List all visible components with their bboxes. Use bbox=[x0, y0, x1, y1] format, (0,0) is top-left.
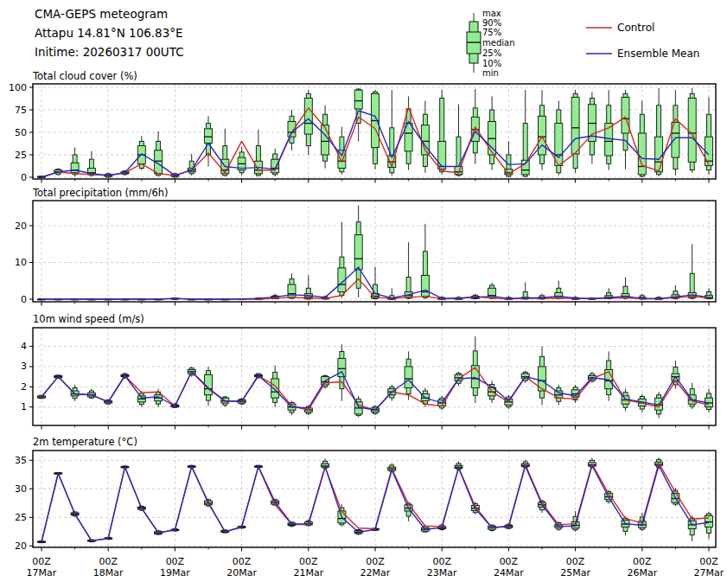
y-tick-label: 30 bbox=[15, 483, 27, 495]
x-tick-label-day: 26Mar bbox=[627, 567, 657, 578]
x-tick-label-day: 23Mar bbox=[427, 567, 457, 578]
x-tick-label-hour: 00Z bbox=[32, 556, 51, 567]
box-25-75 bbox=[271, 159, 279, 173]
y-tick-label: 0 bbox=[21, 294, 27, 305]
y-tick-label: 20 bbox=[15, 220, 27, 232]
box-25-75 bbox=[571, 97, 579, 154]
x-tick-label-day: 19Mar bbox=[160, 567, 190, 578]
y-tick-label: 100 bbox=[9, 82, 27, 93]
box-25-75 bbox=[555, 124, 563, 166]
box-25-75 bbox=[405, 367, 412, 388]
x-tick-label-hour: 00Z bbox=[566, 556, 585, 567]
box-25-75 bbox=[688, 98, 696, 162]
x-tick-label-day: 21Mar bbox=[293, 567, 323, 578]
box-25-75 bbox=[304, 98, 312, 134]
x-tick-label-hour: 00Z bbox=[366, 556, 385, 567]
x-tick-label-day: 25Mar bbox=[560, 567, 590, 578]
y-tick-label: 25 bbox=[15, 150, 27, 161]
x-tick-label-day: 17Mar bbox=[27, 567, 57, 578]
box-25-75 bbox=[354, 235, 362, 270]
x-tick-label-hour: 00Z bbox=[699, 556, 718, 567]
meteogram-plot: 02550751000102012342025303500Z17Mar00Z18… bbox=[0, 0, 727, 588]
y-tick-label: 3 bbox=[21, 361, 27, 372]
box-25-75 bbox=[655, 137, 663, 172]
box-25-75 bbox=[338, 359, 346, 377]
x-tick-label-day: 22Mar bbox=[360, 567, 391, 578]
x-tick-label-hour: 00Z bbox=[432, 556, 451, 567]
box-25-75 bbox=[539, 116, 546, 155]
panel-frame bbox=[33, 451, 716, 547]
box-25-75 bbox=[638, 133, 646, 175]
box-25-75 bbox=[354, 90, 362, 109]
x-tick-label-day: 24Mar bbox=[494, 567, 524, 578]
box-25-75 bbox=[622, 97, 629, 133]
box-25-75 bbox=[205, 129, 213, 144]
y-tick-label: 4 bbox=[21, 341, 27, 352]
x-tick-label-hour: 00Z bbox=[166, 556, 185, 567]
x-tick-label-hour: 00Z bbox=[633, 556, 652, 567]
y-tick-label: 50 bbox=[15, 127, 27, 138]
x-tick-label-hour: 00Z bbox=[299, 556, 318, 567]
y-tick-label: 2 bbox=[21, 381, 27, 393]
x-tick-label-day: 20Mar bbox=[226, 567, 257, 578]
x-tick-label-day: 18Mar bbox=[93, 567, 124, 578]
box-25-75 bbox=[705, 515, 713, 527]
y-tick-label: 20 bbox=[15, 540, 27, 552]
box-25-75 bbox=[438, 141, 446, 169]
y-tick-label: 75 bbox=[15, 105, 27, 116]
box-25-75 bbox=[421, 275, 429, 296]
x-tick-label-hour: 00Z bbox=[99, 556, 118, 567]
x-tick-label-day: 27Mar bbox=[694, 567, 724, 578]
box-25-75 bbox=[521, 160, 529, 175]
x-tick-label-hour: 00Z bbox=[500, 556, 519, 567]
x-tick-label-hour: 00Z bbox=[233, 556, 252, 567]
y-tick-label: 10 bbox=[15, 257, 27, 268]
y-tick-label: 0 bbox=[21, 172, 27, 183]
y-tick-label: 35 bbox=[15, 455, 27, 466]
meteogram-page: { "header": { "title": "CMA-GEPS meteogr… bbox=[0, 0, 727, 588]
y-tick-label: 25 bbox=[15, 512, 27, 523]
y-tick-label: 1 bbox=[21, 401, 27, 412]
box-25-75 bbox=[322, 125, 329, 155]
